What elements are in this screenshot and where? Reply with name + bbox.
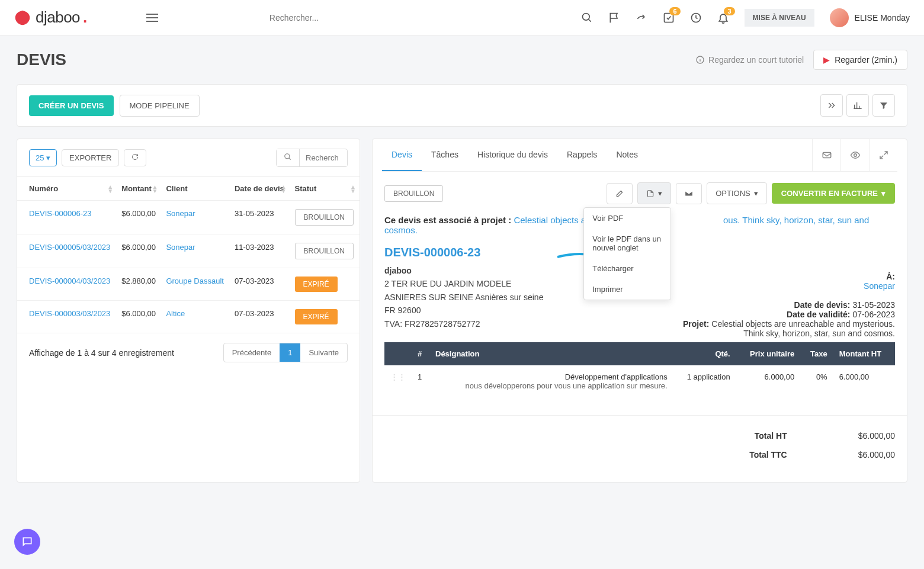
drag-handle-icon[interactable]: ⋮⋮ xyxy=(390,372,406,381)
client-link[interactable]: Groupe Dassault xyxy=(166,277,224,285)
table-search-input[interactable] xyxy=(300,150,347,166)
quotes-table: Numéro▲▼ Montant▲▼ Client Date de devis▲… xyxy=(17,176,360,333)
mail-icon[interactable] xyxy=(812,139,840,171)
table-row[interactable]: DEVIS-000006-23$6.000,00Sonepar31-05-202… xyxy=(17,201,360,234)
meta-client-link[interactable]: Sonepar xyxy=(670,281,895,291)
status-badge: BROUILLON xyxy=(295,209,354,226)
search-input[interactable] xyxy=(265,8,561,27)
page-current[interactable]: 1 xyxy=(280,343,300,362)
tasks-badge: 6 xyxy=(669,7,680,15)
page-title: DEVIS xyxy=(17,50,66,69)
convert-invoice-button[interactable]: CONVERTIR EN FACTURE ▾ xyxy=(772,183,895,204)
more-icon[interactable] xyxy=(820,94,843,117)
tutorial-link[interactable]: Regardez un court tutoriel xyxy=(695,55,804,65)
quote-meta: À: Sonepar Date de devis: 31-05-2023 Dat… xyxy=(670,272,895,338)
export-button[interactable]: EXPORTER xyxy=(62,149,119,166)
upgrade-button[interactable]: MISE À NIVEAU xyxy=(745,9,814,27)
quote-link[interactable]: DEVIS-000003/03/2023 xyxy=(29,309,110,318)
tab-devis[interactable]: Devis xyxy=(382,139,422,171)
tab-history[interactable]: Historique du devis xyxy=(468,139,557,171)
logo-icon xyxy=(14,9,31,26)
pdf-view-tab[interactable]: Voir le PDF dans un nouvel onglet xyxy=(584,229,670,258)
pipeline-mode-button[interactable]: MODE PIPELINE xyxy=(120,95,200,117)
item-row: ⋮⋮ 1 Développement d'applicationsnous dé… xyxy=(384,365,895,397)
watch-tutorial-button[interactable]: ▶Regarder (2min.) xyxy=(813,50,907,70)
pagination[interactable]: Précédente 1 Suivante xyxy=(223,343,348,362)
pdf-dropdown-button[interactable]: ▾ xyxy=(637,182,671,204)
create-quote-button[interactable]: CRÉER UN DEVIS xyxy=(29,95,114,116)
col-client[interactable]: Client xyxy=(161,177,230,201)
svg-point-0 xyxy=(582,13,589,20)
page-size-select[interactable]: 25 ▾ xyxy=(29,149,57,166)
svg-point-8 xyxy=(854,154,856,157)
client-link[interactable]: Altice xyxy=(166,309,185,318)
totals-block: Total HT$6.000,00 Total TTC$6.000,00 xyxy=(373,415,907,482)
status-badge: EXPIRÉ xyxy=(295,309,338,324)
expand-icon[interactable] xyxy=(869,139,897,171)
pdf-view[interactable]: Voir PDF xyxy=(584,208,670,229)
status-badge: EXPIRÉ xyxy=(295,277,338,292)
clock-icon[interactable] xyxy=(690,12,702,24)
pdf-print[interactable]: Imprimer xyxy=(584,279,670,300)
share-icon[interactable] xyxy=(636,12,647,24)
status-badge: BROUILLON xyxy=(295,243,354,259)
table-row[interactable]: DEVIS-000003/03/2023$6.000,00Altice07-03… xyxy=(17,301,360,333)
table-row[interactable]: DEVIS-000004/03/2023$2.880,00Groupe Dass… xyxy=(17,268,360,301)
col-num[interactable]: Numéro▲▼ xyxy=(17,177,117,201)
items-table: # Désignation Qté. Prix unitaire Taxe Mo… xyxy=(384,342,895,397)
tab-rappels[interactable]: Rappels xyxy=(557,139,607,171)
client-link[interactable]: Sonepar xyxy=(166,209,195,218)
svg-rect-7 xyxy=(823,153,831,158)
pdf-download[interactable]: Télécharger xyxy=(584,258,670,279)
eye-icon[interactable] xyxy=(840,139,869,171)
brand-logo[interactable]: djaboo. xyxy=(14,8,87,27)
page-next[interactable]: Suivante xyxy=(300,343,347,362)
col-date[interactable]: Date de devis▲▼ xyxy=(230,177,290,201)
global-search[interactable] xyxy=(265,8,561,27)
svg-line-6 xyxy=(289,158,291,160)
chart-icon[interactable] xyxy=(846,94,869,117)
bell-icon[interactable]: 3 xyxy=(717,12,729,24)
edit-button[interactable] xyxy=(607,183,633,204)
svg-point-5 xyxy=(285,154,290,159)
info-icon xyxy=(695,55,705,65)
quote-link[interactable]: DEVIS-000004/03/2023 xyxy=(29,277,110,285)
brand-text: djaboo xyxy=(36,8,80,27)
filter-icon[interactable] xyxy=(872,94,895,117)
refresh-button[interactable] xyxy=(124,149,146,166)
table-search-icon[interactable] xyxy=(277,149,300,166)
search-icon[interactable] xyxy=(581,12,593,24)
profile-menu[interactable]: ELISE Monday xyxy=(830,8,910,27)
options-button[interactable]: OPTIONS ▾ xyxy=(707,182,767,204)
tab-notes[interactable]: Notes xyxy=(607,139,647,171)
page-prev[interactable]: Précédente xyxy=(224,343,280,362)
quote-link[interactable]: DEVIS-000006-23 xyxy=(29,209,92,218)
table-row[interactable]: DEVIS-000005/03/2023$6.000,00Sonepar11-0… xyxy=(17,234,360,268)
tab-taches[interactable]: Tâches xyxy=(422,139,468,171)
svg-line-1 xyxy=(588,19,591,21)
col-status[interactable]: Statut▲▼ xyxy=(290,177,360,201)
pdf-dropdown-menu: Voir PDF Voir le PDF dans un nouvel ongl… xyxy=(583,207,671,300)
quote-link[interactable]: DEVIS-000005/03/2023 xyxy=(29,243,110,252)
draft-badge: BROUILLON xyxy=(384,185,443,202)
tasks-icon[interactable]: 6 xyxy=(663,12,675,24)
topbar: djaboo. 6 3 MISE À NIVEAU ELISE Monday xyxy=(0,0,924,36)
col-amount[interactable]: Montant▲▼ xyxy=(117,177,161,201)
menu-toggle-icon[interactable] xyxy=(146,11,158,24)
flag-icon[interactable] xyxy=(608,12,620,24)
avatar xyxy=(830,8,849,27)
username: ELISE Monday xyxy=(855,13,910,22)
client-link[interactable]: Sonepar xyxy=(166,243,195,252)
notif-badge: 3 xyxy=(724,7,734,15)
table-footer-text: Affichage de 1 à 4 sur 4 enregistrement xyxy=(29,348,174,358)
send-mail-button[interactable] xyxy=(676,183,702,204)
